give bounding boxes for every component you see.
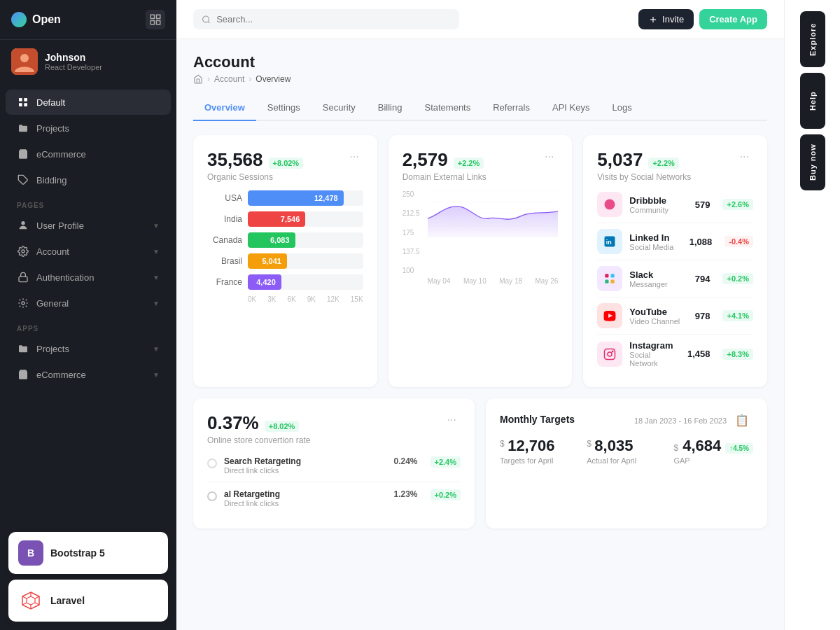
tab-statements[interactable]: Statements — [413, 95, 482, 121]
tab-billing[interactable]: Billing — [367, 95, 414, 121]
settings-icon — [17, 297, 29, 309]
avatar — [11, 48, 38, 75]
svg-point-49 — [608, 352, 612, 356]
search-input[interactable] — [216, 14, 451, 24]
svg-rect-3 — [157, 21, 160, 24]
tab-settings[interactable]: Settings — [256, 95, 312, 121]
user-name: Johnson — [45, 52, 102, 63]
social-row-slack: Slack Messanger 794 +0.2% — [597, 260, 753, 298]
svg-rect-9 — [24, 103, 27, 106]
sidebar-nav: Default Projects eCommerce Bidding PAGES — [0, 83, 176, 524]
sidebar-header: Open — [0, 0, 176, 40]
more-button[interactable]: 📋 — [731, 412, 753, 428]
metric-value: 2,579 — [402, 149, 448, 171]
search-icon — [202, 15, 211, 24]
breadcrumb-account: Account — [214, 74, 244, 84]
svg-rect-47 — [611, 280, 615, 284]
sidebar-item-ecommerce-app[interactable]: eCommerce ▼ — [6, 362, 171, 387]
app-logo: Open — [11, 12, 61, 27]
conversion-card: 0.37% +8.02% Online store convertion rat… — [193, 398, 475, 528]
sidebar-item-user-profile[interactable]: User Profile ▼ — [6, 213, 171, 238]
svg-line-33 — [208, 21, 209, 22]
svg-point-5 — [20, 54, 29, 62]
pages-section-label: PAGES — [0, 193, 176, 212]
chevron-down-icon: ▼ — [153, 222, 160, 230]
shop-icon — [17, 148, 29, 160]
chevron-down-icon: ▼ — [153, 274, 160, 281]
metric-label: Domain External Links — [402, 172, 486, 182]
svg-line-27 — [35, 596, 39, 598]
sidebar-item-projects[interactable]: Projects — [6, 115, 171, 141]
metric-badge: +2.2% — [454, 158, 484, 169]
tab-api-keys[interactable]: API Keys — [541, 95, 601, 121]
slack-icon — [597, 266, 622, 291]
analytics-icon-btn[interactable] — [146, 10, 165, 29]
sidebar-item-label: Account — [36, 246, 69, 257]
svg-line-23 — [26, 300, 27, 300]
tab-security[interactable]: Security — [312, 95, 367, 121]
search-box — [193, 9, 459, 29]
svg-rect-0 — [150, 15, 154, 18]
dribbble-icon — [597, 192, 622, 217]
bootstrap-card: B Bootstrap 5 — [8, 532, 168, 574]
user-section: Johnson React Developer — [0, 40, 176, 83]
svg-point-12 — [21, 221, 24, 225]
conversion-value: 0.37% — [207, 412, 259, 434]
breadcrumb: › Account › Overview — [193, 74, 767, 84]
svg-rect-45 — [611, 274, 615, 277]
sidebar-item-label: eCommerce — [36, 149, 86, 160]
svg-rect-1 — [157, 15, 160, 18]
bar-row-usa: USA 12,478 — [207, 190, 363, 206]
sidebar-item-projects-app[interactable]: Projects ▼ — [6, 336, 171, 361]
more-button[interactable]: ··· — [736, 149, 753, 164]
sidebar-item-ecommerce[interactable]: eCommerce — [6, 141, 171, 167]
buy-now-button[interactable]: Buy now — [800, 134, 825, 190]
laravel-label: Laravel — [50, 595, 85, 606]
sidebar-item-account[interactable]: Account ▼ — [6, 239, 171, 264]
social-list: Dribbble Community 579 +2.6% in Linked I… — [597, 186, 753, 373]
retargeting-row-2: al Retargeting Direct link clicks 1.23% … — [207, 482, 461, 514]
tab-referrals[interactable]: Referrals — [482, 95, 541, 121]
chevron-down-icon: ▼ — [153, 300, 160, 307]
create-app-button[interactable]: Create App — [699, 9, 767, 29]
grid-icon — [17, 96, 29, 108]
breadcrumb-overview: Overview — [255, 74, 290, 84]
monthly-targets-title: Monthly Targets — [500, 414, 575, 425]
sidebar-item-general[interactable]: General ▼ — [6, 290, 171, 316]
help-button[interactable]: Help — [800, 73, 825, 129]
sidebar-item-authentication[interactable]: Authentication ▼ — [6, 265, 171, 290]
app-name: Open — [32, 13, 61, 26]
laravel-logo-icon — [18, 588, 43, 613]
linkedin-icon: in — [597, 229, 622, 254]
more-button[interactable]: ··· — [345, 149, 363, 164]
sidebar: Open Johnson React Developer Default — [0, 0, 176, 630]
main-content: Invite Create App Account › Account › Ov… — [176, 0, 784, 630]
bar-row-france: France 4,420 — [207, 274, 363, 290]
sidebar-item-label: Bidding — [36, 175, 66, 186]
sidebar-item-default[interactable]: Default — [6, 90, 171, 115]
bar-row-india: India 7,546 — [207, 211, 363, 227]
sidebar-item-label: General — [36, 298, 69, 309]
more-button[interactable]: ··· — [540, 149, 558, 164]
tab-overview[interactable]: Overview — [193, 95, 256, 121]
sidebar-item-label: User Profile — [36, 220, 84, 231]
svg-point-32 — [203, 16, 209, 22]
sidebar-item-bidding[interactable]: Bidding — [6, 167, 171, 192]
tab-logs[interactable]: Logs — [601, 95, 643, 121]
folder-icon — [17, 122, 29, 134]
svg-point-41 — [605, 200, 615, 210]
invite-button[interactable]: Invite — [638, 9, 694, 29]
social-row-linkedin: in Linked In Social Media 1,088 -0.4% — [597, 223, 753, 260]
bootstrap-logo-icon: B — [18, 540, 43, 566]
sidebar-item-label: Default — [36, 97, 65, 108]
home-icon — [193, 74, 203, 84]
retargeting-row-1: Search Retargeting Direct link clicks 0.… — [207, 449, 461, 482]
date-range: 18 Jan 2023 - 16 Feb 2023 — [634, 416, 727, 425]
line-chart-svg — [428, 190, 559, 237]
social-networks-card: 5,037 +2.2% Visits by Social Networks ··… — [583, 135, 767, 387]
more-button[interactable]: ··· — [443, 412, 461, 428]
explore-button[interactable]: Explore — [800, 11, 825, 67]
svg-rect-48 — [605, 349, 615, 359]
chevron-down-icon: ▼ — [153, 345, 160, 353]
plus-icon — [648, 15, 658, 24]
